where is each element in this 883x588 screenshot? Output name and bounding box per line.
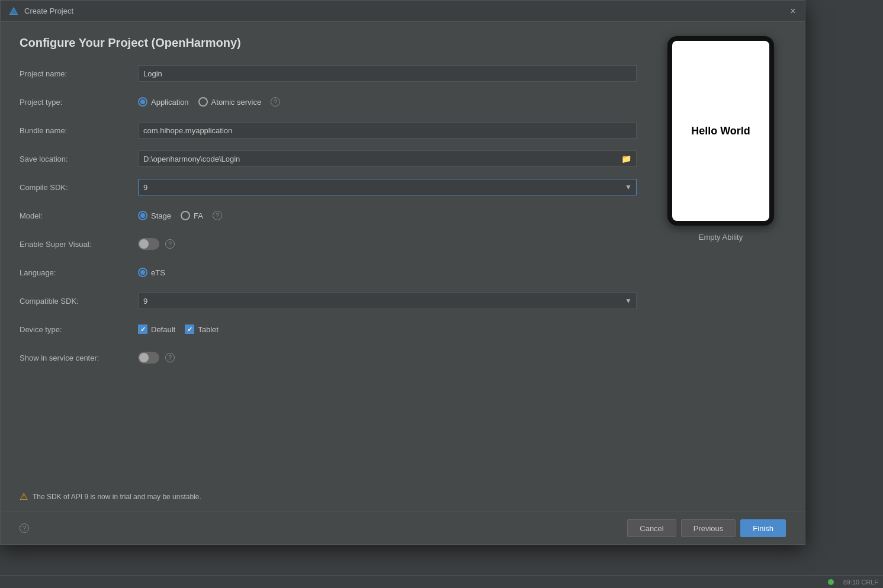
save-location-value: D:\openharmony\code\Login <box>143 155 240 163</box>
application-radio-dot <box>140 99 145 104</box>
warning-text: The SDK of API 9 is now in trial and may… <box>33 493 201 501</box>
super-visual-toggle[interactable] <box>138 238 159 250</box>
model-fa-option[interactable]: FA <box>181 211 203 220</box>
device-type-group: ✓ Default ✓ Tablet <box>138 324 219 334</box>
previous-button[interactable]: Previous <box>681 519 736 537</box>
close-button[interactable]: × <box>788 7 798 16</box>
folder-icon: 📁 <box>621 154 631 163</box>
model-group: Stage FA ? <box>138 211 222 220</box>
project-name-row: Project name: <box>20 64 637 83</box>
device-tablet-option[interactable]: ✓ Tablet <box>185 324 219 334</box>
device-type-label: Device type: <box>20 325 138 334</box>
save-location-input[interactable]: D:\openharmony\code\Login 📁 <box>138 150 637 167</box>
stage-radio-label: Stage <box>151 211 171 220</box>
phone-preview: Hello World <box>667 36 774 226</box>
ets-radio-label: eTS <box>151 268 165 277</box>
stage-radio[interactable] <box>138 211 147 220</box>
bundle-name-label: Bundle name: <box>20 126 138 135</box>
save-location-label: Save location: <box>20 155 138 163</box>
language-group: eTS <box>138 268 165 277</box>
hello-world-text: Hello World <box>691 125 750 137</box>
model-label: Model: <box>20 211 138 220</box>
atomic-radio[interactable] <box>198 97 208 107</box>
compile-sdk-wrapper: 9 8 ▼ <box>138 179 637 195</box>
dialog-heading: Configure Your Project (OpenHarmony) <box>20 36 637 50</box>
project-type-label: Project type: <box>20 98 138 107</box>
dialog-footer: ? Cancel Previous Finish <box>1 512 805 544</box>
footer-left: ? <box>20 523 29 533</box>
project-name-label: Project name: <box>20 69 138 78</box>
super-visual-wrapper: ? <box>138 238 175 250</box>
show-service-center-row: Show in service center: ? <box>20 348 637 367</box>
project-type-group: Application Atomic service ? <box>138 97 280 107</box>
service-center-help-icon[interactable]: ? <box>165 353 175 362</box>
compile-sdk-label: Compile SDK: <box>20 183 138 192</box>
compatible-sdk-label: Compatible SDK: <box>20 297 138 306</box>
device-default-checkmark: ✓ <box>140 326 146 333</box>
form-section: Configure Your Project (OpenHarmony) Pro… <box>20 36 637 472</box>
finish-button[interactable]: Finish <box>740 519 786 537</box>
taskbar-right-text: 89:10 CRLF <box>843 579 878 586</box>
compatible-sdk-select[interactable]: 9 8 <box>138 293 637 309</box>
dialog-title-text: Create Project <box>24 7 73 15</box>
model-help-icon[interactable]: ? <box>213 211 222 220</box>
project-name-input[interactable] <box>138 65 637 82</box>
warning-icon: ⚠ <box>20 491 28 502</box>
device-default-option[interactable]: ✓ Default <box>138 324 175 334</box>
phone-screen: Hello World <box>672 41 769 221</box>
ets-radio-dot <box>140 270 145 275</box>
super-visual-toggle-knob <box>139 239 149 249</box>
model-row: Model: Stage FA ? <box>20 206 637 225</box>
device-tablet-label: Tablet <box>198 325 219 334</box>
service-center-toggle[interactable] <box>138 352 159 364</box>
preview-label: Empty Ability <box>699 233 743 242</box>
device-default-checkbox[interactable]: ✓ <box>138 324 147 334</box>
super-visual-help-icon[interactable]: ? <box>165 239 175 249</box>
preview-section: Hello World Empty Ability <box>656 36 786 472</box>
show-service-center-label: Show in service center: <box>20 354 138 362</box>
service-center-wrapper: ? <box>138 352 175 364</box>
fa-radio-label: FA <box>194 211 203 220</box>
compatible-sdk-row: Compatible SDK: 9 8 ▼ <box>20 291 637 310</box>
language-ets-option[interactable]: eTS <box>138 268 165 277</box>
ets-radio[interactable] <box>138 268 147 277</box>
atomic-radio-label: Atomic service <box>211 98 262 107</box>
enable-super-visual-row: Enable Super Visual: ? <box>20 234 637 253</box>
language-row: Language: eTS <box>20 263 637 282</box>
taskbar: 89:10 CRLF <box>0 575 883 588</box>
device-default-label: Default <box>151 325 175 334</box>
language-label: Language: <box>20 268 138 277</box>
save-location-row: Save location: D:\openharmony\code\Login… <box>20 149 637 168</box>
application-radio-label: Application <box>151 98 189 107</box>
project-type-row: Project type: Application Atomic service… <box>20 92 637 111</box>
device-tablet-checkbox[interactable]: ✓ <box>185 324 194 334</box>
device-type-row: Device type: ✓ Default ✓ Tablet <box>20 320 637 339</box>
project-type-application-option[interactable]: Application <box>138 97 189 107</box>
compile-sdk-select[interactable]: 9 8 <box>138 179 637 195</box>
project-type-help-icon[interactable]: ? <box>271 97 280 107</box>
model-stage-option[interactable]: Stage <box>138 211 171 220</box>
cancel-button[interactable]: Cancel <box>627 519 676 537</box>
fa-radio[interactable] <box>181 211 190 220</box>
dialog-content: Configure Your Project (OpenHarmony) Pro… <box>1 22 805 486</box>
bundle-name-row: Bundle name: <box>20 121 637 140</box>
enable-super-visual-label: Enable Super Visual: <box>20 240 138 249</box>
service-center-toggle-knob <box>139 353 149 362</box>
project-type-atomic-option[interactable]: Atomic service <box>198 97 262 107</box>
bundle-name-input[interactable] <box>138 122 637 139</box>
device-tablet-checkmark: ✓ <box>187 326 192 333</box>
compile-sdk-row: Compile SDK: 9 8 ▼ <box>20 178 637 197</box>
create-project-dialog: Create Project × Configure Your Project … <box>0 0 805 545</box>
status-dot-icon <box>828 579 834 585</box>
application-radio[interactable] <box>138 97 147 107</box>
warning-bar: ⚠ The SDK of API 9 is now in trial and m… <box>20 491 786 502</box>
stage-radio-dot <box>140 213 145 218</box>
dialog-title-left: Create Project <box>8 5 73 17</box>
harmony-logo-icon <box>8 5 20 17</box>
compatible-sdk-wrapper: 9 8 ▼ <box>138 293 637 309</box>
dialog-titlebar: Create Project × <box>1 1 805 22</box>
footer-help-icon[interactable]: ? <box>20 523 29 533</box>
footer-right: Cancel Previous Finish <box>627 519 786 537</box>
